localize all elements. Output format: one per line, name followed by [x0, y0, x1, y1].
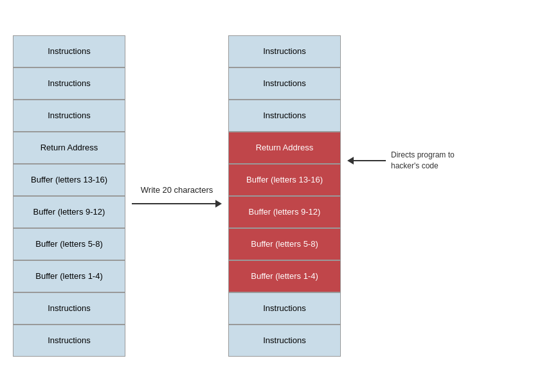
right-cell-2: Instructions — [228, 100, 341, 132]
left-cell-4: Buffer (letters 13-16) — [13, 164, 125, 196]
middle-arrow-section: Write 20 characters — [125, 185, 228, 208]
arrow-label: Write 20 characters — [141, 185, 213, 195]
right-section: InstructionsInstructionsInstructionsRetu… — [228, 35, 468, 357]
right-cell-3: Return Address — [228, 132, 341, 164]
right-cell-4: Buffer (letters 13-16) — [228, 164, 341, 196]
arrow-head — [215, 200, 222, 208]
left-cell-9: Instructions — [13, 325, 125, 357]
right-cell-1: Instructions — [228, 67, 341, 100]
annotation-section: Directs program to hacker's code — [341, 35, 468, 172]
left-cell-2: Instructions — [13, 100, 125, 132]
annotation-text: Directs program to hacker's code — [391, 150, 468, 172]
left-cell-5: Buffer (letters 9-12) — [13, 196, 125, 228]
right-cell-5: Buffer (letters 9-12) — [228, 196, 341, 228]
annotation-row: Directs program to hacker's code — [347, 150, 468, 172]
left-cell-7: Buffer (letters 1-4) — [13, 260, 125, 292]
right-cell-6: Buffer (letters 5-8) — [228, 228, 341, 260]
right-cell-7: Buffer (letters 1-4) — [228, 260, 341, 292]
diagram-container: InstructionsInstructionsInstructionsRetu… — [13, 35, 540, 357]
left-cell-3: Return Address — [13, 132, 125, 164]
left-arrow-head — [347, 157, 354, 165]
left-stack: InstructionsInstructionsInstructionsRetu… — [13, 35, 125, 357]
right-stack: InstructionsInstructionsInstructionsRetu… — [228, 35, 341, 357]
right-cell-9: Instructions — [228, 325, 341, 357]
arrow-line — [132, 203, 215, 204]
right-cell-8: Instructions — [228, 292, 341, 325]
left-cell-6: Buffer (letters 5-8) — [13, 228, 125, 260]
left-cell-8: Instructions — [13, 292, 125, 325]
right-cell-0: Instructions — [228, 35, 341, 67]
left-arrow — [347, 157, 386, 165]
left-cell-1: Instructions — [13, 67, 125, 100]
right-arrow — [132, 200, 222, 208]
left-arrow-line — [354, 160, 386, 161]
left-cell-0: Instructions — [13, 35, 125, 67]
